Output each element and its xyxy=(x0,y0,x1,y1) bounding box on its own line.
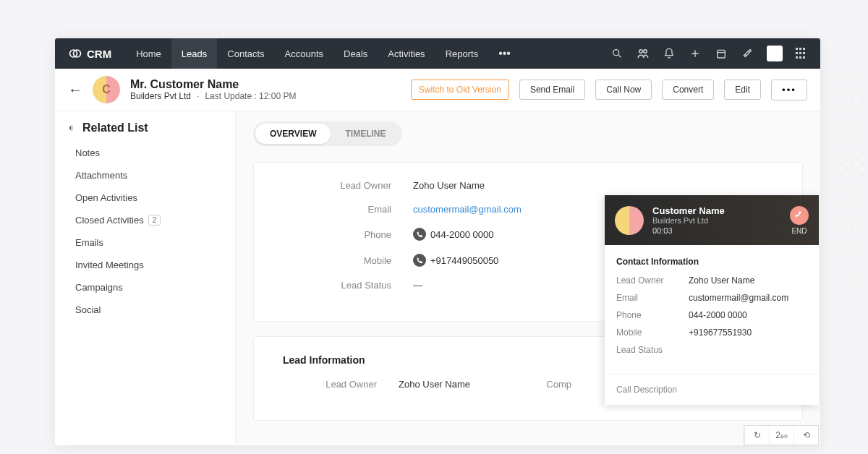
field-label: Mobile xyxy=(297,255,391,266)
call-field-label: Phone xyxy=(616,310,689,320)
nav-tab-reports[interactable]: Reports xyxy=(435,38,489,69)
sidebar-item-label: Open Activities xyxy=(75,192,137,203)
convert-button[interactable]: Convert xyxy=(662,80,714,100)
user-avatar[interactable] xyxy=(767,46,783,61)
call-popup-body: Contact Information Lead OwnerZoho User … xyxy=(605,245,819,374)
send-email-button[interactable]: Send Email xyxy=(519,80,585,100)
more-actions-button[interactable]: ••• xyxy=(771,80,807,100)
apps-grid-icon[interactable] xyxy=(796,48,807,59)
nav-tab-label: Deals xyxy=(344,48,367,59)
svg-line-3 xyxy=(618,55,621,57)
phone-icon[interactable] xyxy=(413,228,426,241)
nav-tab-label: Activities xyxy=(388,48,425,59)
nav-tab-label: Contacts xyxy=(227,48,264,59)
dock-history-icon[interactable]: ⟲ xyxy=(793,426,818,445)
call-now-button[interactable]: Call Now xyxy=(595,80,652,100)
edit-button[interactable]: Edit xyxy=(724,80,761,100)
sidebar-header: Related List xyxy=(55,121,235,142)
nav-tab-leads[interactable]: Leads xyxy=(171,38,217,69)
sidebar-item-notes[interactable]: Notes xyxy=(55,142,235,164)
lead-name: Mr. Customer Name xyxy=(130,78,296,91)
button-label: Send Email xyxy=(530,85,574,95)
sidebar-item-label: Emails xyxy=(75,237,103,248)
sidebar-item-open-activities[interactable]: Open Activities xyxy=(55,187,235,209)
tab-timeline[interactable]: TIMELINE xyxy=(331,124,400,144)
search-icon[interactable] xyxy=(610,47,624,60)
field-row: Lead Owner Zoho User Name xyxy=(283,379,528,390)
call-field-value: Zoho User Name xyxy=(689,275,754,286)
sidebar-item-attachments[interactable]: Attachments xyxy=(55,164,235,187)
users-icon[interactable] xyxy=(637,47,650,60)
call-field: Emailcustomermail@gmail.com xyxy=(616,293,807,303)
call-popup-header: Customer Name Builders Pvt Ltd 00:03 END xyxy=(605,195,819,245)
sidebar-item-label: Campaigns xyxy=(75,282,123,293)
bell-icon[interactable] xyxy=(663,47,676,60)
svg-rect-12 xyxy=(72,126,72,131)
field-label: Phone xyxy=(297,229,391,240)
call-field-label: Lead Status xyxy=(616,345,689,355)
nav-tab-label: Reports xyxy=(446,48,479,59)
dock-refresh-icon[interactable]: ↻ xyxy=(744,426,769,445)
call-description-input[interactable]: Call Description xyxy=(605,374,819,405)
button-label: Call Now xyxy=(606,85,641,95)
field-label: Lead Owner xyxy=(283,379,377,390)
topbar: CRM Home Leads Contacts Accounts Deals A… xyxy=(55,38,820,69)
nav-tab-label: Home xyxy=(136,48,161,59)
sidebar-item-label: Invited Meetings xyxy=(75,260,144,270)
sidebar-title: Related List xyxy=(82,121,148,134)
lead-company: Builders Pvt Ltd xyxy=(130,91,191,101)
nav-more-icon[interactable]: ••• xyxy=(488,38,521,69)
button-label: Switch to Old Version xyxy=(419,85,501,95)
calendar-icon[interactable] xyxy=(715,47,728,60)
field-label: Comp xyxy=(528,379,571,390)
nav-tab-contacts[interactable]: Contacts xyxy=(217,38,274,69)
switch-old-version-button[interactable]: Switch to Old Version xyxy=(411,80,509,100)
call-field-value: +919677551930 xyxy=(689,327,752,338)
brand: CRM xyxy=(68,46,111,61)
field-value-email[interactable]: customermail@gmail.com xyxy=(413,204,522,215)
mobile-number: +917449050050 xyxy=(430,255,498,266)
nav-tab-label: Leads xyxy=(182,48,207,59)
plus-icon[interactable] xyxy=(689,47,702,60)
phone-icon[interactable] xyxy=(413,254,426,267)
tab-overview[interactable]: OVERVIEW xyxy=(255,124,331,144)
field-value: — xyxy=(413,280,422,291)
dock-item-icon[interactable]: 2₆₀ xyxy=(769,426,793,445)
contact-info-title: Contact Information xyxy=(616,257,807,267)
call-end-block: END xyxy=(790,206,809,235)
nav-tab-home[interactable]: Home xyxy=(126,38,171,69)
bottom-dock: ↻ 2₆₀ ⟲ xyxy=(744,425,819,445)
sidebar-item-label: Notes xyxy=(75,147,100,158)
nav-tab-activities[interactable]: Activities xyxy=(378,38,435,69)
sidebar-item-invited-meetings[interactable]: Invited Meetings xyxy=(55,254,235,276)
sidebar-item-social[interactable]: Social xyxy=(55,299,235,321)
nav-tabs: Home Leads Contacts Accounts Deals Activ… xyxy=(126,38,521,69)
call-field-label: Mobile xyxy=(616,327,689,338)
svg-point-10 xyxy=(749,50,752,52)
nav-tab-accounts[interactable]: Accounts xyxy=(275,38,333,69)
nav-tab-deals[interactable]: Deals xyxy=(333,38,378,69)
dot-separator: · xyxy=(197,91,199,101)
brand-name: CRM xyxy=(87,48,111,60)
pill-tab-label: OVERVIEW xyxy=(270,129,316,139)
sidebar-item-campaigns[interactable]: Campaigns xyxy=(55,276,235,299)
call-info: Customer Name Builders Pvt Ltd 00:03 xyxy=(652,205,781,235)
call-field-value: customermail@gmail.com xyxy=(689,293,788,303)
sidebar-item-emails[interactable]: Emails xyxy=(55,231,235,254)
field-value: Zoho User Name xyxy=(399,379,470,390)
lead-avatar: C xyxy=(93,76,120,103)
lead-title-block: Mr. Customer Name Builders Pvt Ltd · Las… xyxy=(130,78,296,101)
call-avatar xyxy=(615,206,644,235)
sidebar-item-closed-activities[interactable]: Closed Activities2 xyxy=(55,209,235,231)
field-value-phone: 044-2000 0000 xyxy=(413,228,493,241)
svg-rect-8 xyxy=(718,50,726,58)
tools-icon[interactable] xyxy=(741,47,754,60)
call-customer-name: Customer Name xyxy=(652,205,781,216)
pill-tab-label: TIMELINE xyxy=(345,129,386,139)
button-label: Edit xyxy=(735,85,750,95)
topbar-icons xyxy=(610,46,807,61)
sidebar-item-label: Social xyxy=(75,304,101,315)
collapse-icon[interactable] xyxy=(68,124,77,132)
end-call-button[interactable] xyxy=(790,206,809,225)
back-arrow-icon[interactable]: ← xyxy=(68,82,82,98)
